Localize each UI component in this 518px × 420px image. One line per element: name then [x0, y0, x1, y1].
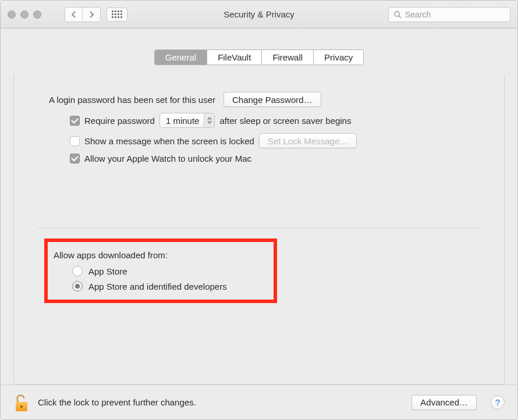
show-message-row: Show a message when the screen is locked…: [70, 133, 469, 148]
grid-icon: [112, 10, 122, 18]
svg-point-3: [20, 405, 23, 408]
nav-buttons: [65, 7, 101, 22]
titlebar: Security & Privacy Search: [1, 1, 517, 29]
login-status-text: A login password has been set for this u…: [49, 95, 215, 105]
tabs: General FileVault Firewall Privacy: [154, 49, 364, 65]
tab-filevault[interactable]: FileVault: [207, 50, 262, 65]
radio-identified-developers[interactable]: [72, 281, 83, 291]
svg-point-0: [395, 11, 400, 16]
gatekeeper-option-identified[interactable]: App Store and identified developers: [72, 281, 260, 291]
gatekeeper-heading: Allow apps downloaded from:: [54, 250, 260, 260]
zoom-window-button[interactable]: [33, 10, 41, 19]
radio-app-store[interactable]: [72, 266, 83, 276]
footer: Click the lock to prevent further change…: [1, 385, 517, 419]
apple-watch-checkbox[interactable]: [70, 154, 80, 163]
advanced-button[interactable]: Advanced…: [411, 395, 477, 410]
tab-firewall[interactable]: Firewall: [262, 50, 314, 65]
lock-open-icon: [14, 394, 29, 412]
minimize-window-button[interactable]: [20, 10, 29, 19]
require-password-row: Require password 1 minute after sleep or…: [70, 113, 469, 128]
tab-general[interactable]: General: [155, 50, 207, 65]
window-controls: [8, 10, 41, 19]
search-input[interactable]: Search: [388, 7, 510, 22]
preferences-window: Security & Privacy Search General FileVa…: [0, 0, 518, 420]
login-password-row: A login password has been set for this u…: [49, 92, 469, 107]
close-window-button[interactable]: [8, 10, 16, 19]
lock-hint-text: Click the lock to prevent further change…: [38, 397, 196, 407]
show-message-checkbox[interactable]: [70, 136, 80, 146]
set-lock-message-button: Set Lock Message…: [259, 133, 357, 148]
tab-privacy[interactable]: Privacy: [314, 50, 363, 65]
forward-button[interactable]: [83, 8, 100, 22]
change-password-button[interactable]: Change Password…: [223, 92, 321, 107]
show-message-label: Show a message when the screen is locked: [84, 136, 254, 146]
content-area: General FileVault Firewall Privacy A log…: [1, 29, 517, 419]
tabs-container: General FileVault Firewall Privacy: [1, 29, 517, 65]
gatekeeper-options: App Store App Store and identified devel…: [54, 266, 260, 291]
require-password-delay-select[interactable]: 1 minute: [159, 113, 215, 128]
general-panel: A login password has been set for this u…: [13, 74, 505, 385]
gatekeeper-highlight: Allow apps downloaded from: App Store Ap…: [44, 239, 277, 303]
require-password-label-before: Require password: [84, 116, 155, 126]
divider: [37, 227, 481, 228]
show-all-button[interactable]: [107, 8, 127, 22]
back-button[interactable]: [65, 8, 83, 22]
radio-app-store-label: App Store: [88, 266, 127, 276]
radio-identified-label: App Store and identified developers: [88, 282, 227, 291]
help-button[interactable]: ?: [491, 396, 505, 410]
require-password-label-after: after sleep or screen saver begins: [219, 116, 351, 126]
gatekeeper-option-app-store[interactable]: App Store: [72, 266, 260, 276]
search-placeholder: Search: [405, 10, 431, 19]
lock-button[interactable]: [13, 393, 30, 412]
apple-watch-label: Allow your Apple Watch to unlock your Ma…: [84, 154, 251, 163]
apple-watch-row: Allow your Apple Watch to unlock your Ma…: [70, 154, 469, 163]
stepper-icon: [204, 113, 214, 127]
require-password-delay-value: 1 minute: [166, 116, 200, 126]
window-title: Security & Privacy: [223, 9, 295, 19]
login-options: Require password 1 minute after sleep or…: [49, 113, 469, 163]
svg-line-1: [399, 16, 401, 18]
search-icon: [393, 10, 402, 19]
require-password-checkbox[interactable]: [70, 116, 80, 126]
